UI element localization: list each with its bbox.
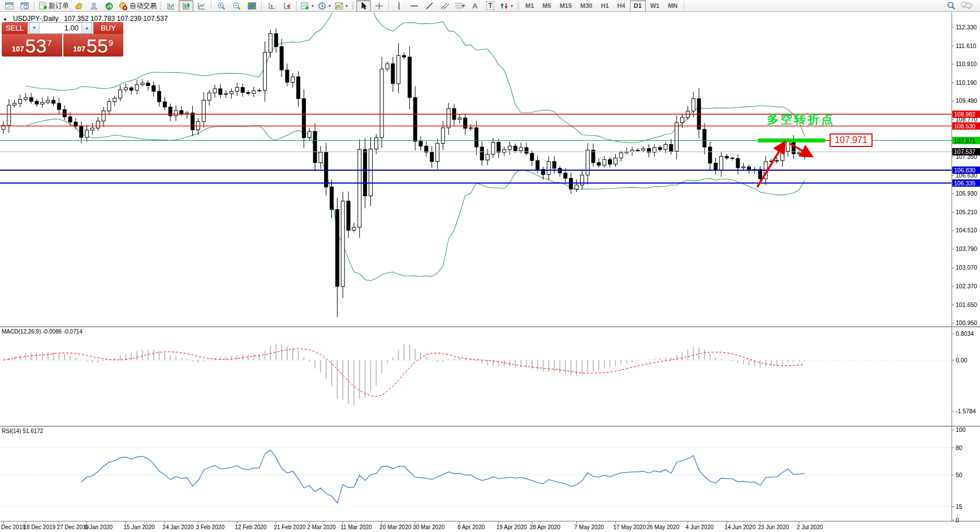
templates-icon[interactable]: ▾ xyxy=(333,0,349,12)
svg-text:15 Jan 2020: 15 Jan 2020 xyxy=(123,524,154,530)
timeframe-button-M5[interactable]: M5 xyxy=(538,0,555,12)
new-order-label: 新订单 xyxy=(49,1,69,11)
indicators-icon[interactable]: ▾ xyxy=(299,0,316,12)
channel-tool-icon[interactable] xyxy=(437,0,452,12)
svg-text:18 Dec 2019: 18 Dec 2019 xyxy=(23,524,55,530)
buy-price-pips: 55 xyxy=(87,35,108,57)
svg-text:19 Apr 2020: 19 Apr 2020 xyxy=(497,524,527,530)
svg-text:-1.5784: -1.5784 xyxy=(956,408,976,414)
turning-point-annotation[interactable]: 多空转折点 xyxy=(767,111,835,127)
signals-icon[interactable] xyxy=(102,0,116,12)
one-click-trade-panel: SELL ▼ ▲ BUY 107 53 7 107 55 9 xyxy=(2,22,123,57)
trendline-tool-icon[interactable] xyxy=(422,0,437,12)
zoom-out-icon[interactable] xyxy=(229,0,244,12)
symbol-period-label: USDJPY-,Daily xyxy=(13,15,58,23)
svg-text:105.210: 105.210 xyxy=(956,209,977,215)
metaeditor-icon[interactable] xyxy=(71,0,86,12)
svg-text:0.00: 0.00 xyxy=(956,357,968,364)
timeframe-button-D1[interactable]: D1 xyxy=(630,0,646,12)
svg-text:107.537: 107.537 xyxy=(954,148,975,155)
svg-text:108.530: 108.530 xyxy=(954,123,975,129)
new-chart-button[interactable] xyxy=(2,0,16,12)
svg-text:2 Mar 2020: 2 Mar 2020 xyxy=(307,524,336,530)
timeframe-button-H4[interactable]: H4 xyxy=(614,0,629,12)
toolbar: 新订单 自动交易 ▾ ▾ ▾ F A T ▾ xyxy=(0,0,980,12)
svg-text:15: 15 xyxy=(956,503,962,510)
timeframe-button-M30[interactable]: M30 xyxy=(576,0,596,12)
price-level-label[interactable]: 107.971 xyxy=(830,133,873,147)
svg-text:105.930: 105.930 xyxy=(956,190,977,197)
cursor-icon[interactable] xyxy=(356,0,371,12)
svg-text:4 Jun 2020: 4 Jun 2020 xyxy=(685,524,714,530)
auto-scroll-icon[interactable] xyxy=(264,0,279,12)
svg-text:112.330: 112.330 xyxy=(956,24,977,31)
timeframe-button-M15[interactable]: M15 xyxy=(556,0,576,12)
symbol-marker-icon: ▲ xyxy=(3,16,7,21)
vertical-line-tool-icon[interactable] xyxy=(391,0,406,12)
toolbar-separator xyxy=(34,1,34,11)
sell-button[interactable]: SELL xyxy=(2,22,28,34)
toolbar-separator xyxy=(161,1,161,11)
toolbar-separator xyxy=(211,1,211,11)
svg-text:3 Feb 2020: 3 Feb 2020 xyxy=(196,524,225,530)
toolbar-separator xyxy=(388,1,389,11)
toolbar-grip xyxy=(517,2,519,10)
timeframe-button-MN[interactable]: MN xyxy=(664,0,681,12)
sell-price-button[interactable]: 107 53 7 xyxy=(2,34,62,57)
autotrading-button[interactable]: 自动交易 xyxy=(117,0,158,12)
label-tool-icon[interactable]: T xyxy=(483,0,498,12)
profiles-button[interactable] xyxy=(17,0,32,12)
svg-text:50: 50 xyxy=(956,472,962,478)
candle-chart-type-icon[interactable] xyxy=(179,0,193,12)
timeframe-button-W1[interactable]: W1 xyxy=(646,0,664,12)
svg-text:0.8034: 0.8034 xyxy=(956,330,974,337)
chart-canvas[interactable]: 112.330111.610110.910110.190109.490108.7… xyxy=(0,0,980,532)
svg-text:104.510: 104.510 xyxy=(956,227,977,233)
svg-text:14 Jun 2020: 14 Jun 2020 xyxy=(724,524,755,530)
buy-price-prefix: 107 xyxy=(73,45,85,53)
buy-price-point: 9 xyxy=(109,38,113,47)
fibonacci-tool-icon[interactable]: F xyxy=(452,0,467,12)
timeframe-button-H1[interactable]: H1 xyxy=(597,0,612,12)
dropdown-arrow: ▾ xyxy=(346,3,348,8)
text-tool-icon[interactable]: A xyxy=(468,0,482,12)
zoom-in-icon[interactable] xyxy=(214,0,228,12)
volume-decrease-button[interactable]: ▼ xyxy=(29,23,40,33)
toolbar-grip xyxy=(352,2,354,10)
svg-text:110.190: 110.190 xyxy=(956,79,977,86)
ohlc-readout: 107.352 107.783 107.239 107.537 xyxy=(64,15,168,23)
svg-text:100: 100 xyxy=(956,426,966,433)
svg-text:2 Jul 2020: 2 Jul 2020 xyxy=(797,524,823,530)
svg-text:110.910: 110.910 xyxy=(956,60,977,67)
svg-text:109.490: 109.490 xyxy=(956,97,977,104)
dropdown-arrow: ▾ xyxy=(329,3,331,8)
periods-icon[interactable]: ▾ xyxy=(316,0,333,12)
chart-shift-icon[interactable] xyxy=(279,0,294,12)
timeframe-button-M1[interactable]: M1 xyxy=(521,0,538,12)
rsi-indicator-label: RSI(14) 51.6172 xyxy=(2,428,43,434)
svg-text:12 Feb 2020: 12 Feb 2020 xyxy=(235,524,267,530)
search-icon[interactable] xyxy=(944,0,959,12)
sell-price-point: 7 xyxy=(47,38,51,47)
tile-windows-icon[interactable] xyxy=(244,0,259,12)
line-chart-type-icon[interactable] xyxy=(194,0,209,12)
chat-icon[interactable] xyxy=(959,0,974,12)
new-order-button[interactable]: 新订单 xyxy=(37,0,71,12)
crosshair-icon[interactable] xyxy=(372,0,386,12)
buy-button[interactable]: BUY xyxy=(93,22,123,34)
horizontal-line-tool-icon[interactable] xyxy=(407,0,421,12)
svg-text:106.335: 106.335 xyxy=(954,180,975,187)
volume-input[interactable] xyxy=(40,23,81,33)
buy-price-button[interactable]: 107 55 9 xyxy=(63,34,124,57)
community-icon[interactable] xyxy=(87,0,101,12)
chart-title: ▲ USDJPY-,Daily 107.352 107.783 107.239 … xyxy=(3,15,168,23)
autotrading-label: 自动交易 xyxy=(129,1,157,11)
svg-text:8 Apr 2020: 8 Apr 2020 xyxy=(457,524,485,530)
bar-chart-type-icon[interactable] xyxy=(163,0,178,12)
timeframe-bar: M1M5M15M30H1H4D1W1MN xyxy=(521,0,681,12)
svg-text:24 Jan 2020: 24 Jan 2020 xyxy=(162,524,193,530)
volume-control: ▼ ▲ xyxy=(29,22,92,34)
volume-increase-button[interactable]: ▲ xyxy=(81,23,92,33)
arrows-tool-icon[interactable]: ▾ xyxy=(498,0,515,12)
svg-text:21 Feb 2020: 21 Feb 2020 xyxy=(274,524,306,530)
